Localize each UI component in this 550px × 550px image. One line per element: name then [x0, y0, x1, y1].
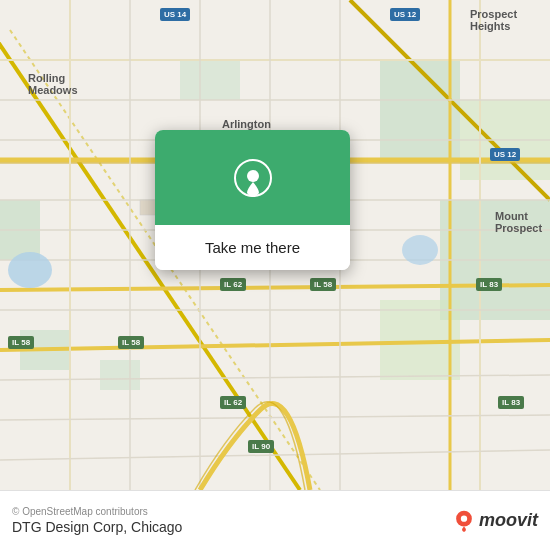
us12-shield-right: US 12 — [490, 148, 520, 161]
il58-shield-mid: IL 58 — [310, 278, 336, 291]
svg-rect-2 — [380, 60, 460, 160]
il83-shield-top: IL 83 — [476, 278, 502, 291]
svg-rect-8 — [100, 360, 140, 390]
take-me-there-button[interactable]: Take me there — [155, 225, 350, 270]
il58-shield-mid2: IL 58 — [118, 336, 144, 349]
prospect-heights-label: ProspectHeights — [470, 8, 517, 32]
us14-shield-top: US 14 — [160, 8, 190, 21]
svg-rect-6 — [180, 60, 240, 100]
location-label: DTG Design Corp, Chicago — [12, 519, 182, 535]
svg-point-34 — [402, 235, 438, 265]
map: RollingMeadows Arlington ProspectHeights… — [0, 0, 550, 490]
il83-shield-bot: IL 83 — [498, 396, 524, 409]
il62-shield-bot: IL 62 — [220, 396, 246, 409]
il58-shield-left: IL 58 — [8, 336, 34, 349]
us12-shield-top: US 12 — [390, 8, 420, 21]
arlington-label: Arlington — [222, 118, 271, 130]
popup-header — [155, 130, 350, 225]
il62-shield-mid: IL 62 — [220, 278, 246, 291]
moovit-pin-icon — [453, 510, 475, 532]
svg-point-43 — [461, 515, 467, 521]
il90-shield: IL 90 — [248, 440, 274, 453]
mount-prospect-label: MountProspect — [495, 210, 542, 234]
svg-point-33 — [8, 252, 52, 288]
svg-point-41 — [247, 170, 259, 182]
bottom-bar: © OpenStreetMap contributors DTG Design … — [0, 490, 550, 550]
moovit-wordmark: moovit — [479, 510, 538, 531]
rolling-meadows-label: RollingMeadows — [28, 72, 78, 96]
osm-attribution: © OpenStreetMap contributors — [12, 506, 182, 517]
location-popup: Take me there — [155, 130, 350, 270]
location-pin-icon — [234, 159, 272, 197]
moovit-logo: moovit — [453, 510, 538, 532]
bottom-info: © OpenStreetMap contributors DTG Design … — [12, 506, 182, 535]
